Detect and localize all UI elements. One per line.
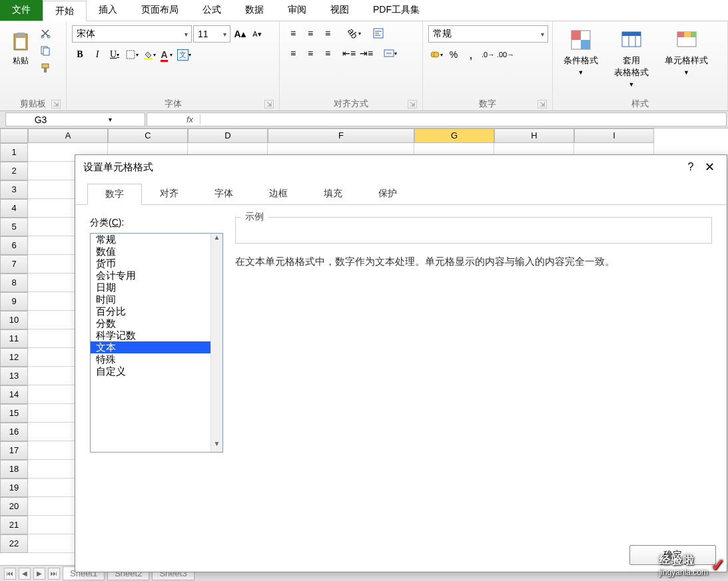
format-painter-button[interactable] (37, 60, 53, 76)
borders-button[interactable]: ▾ (124, 47, 140, 63)
category-item[interactable]: 常规 (91, 234, 222, 246)
category-item[interactable]: 文本 (91, 341, 222, 353)
category-listbox[interactable]: 常规数值货币会计专用日期时间百分比分数科学记数文本特殊自定义 ▲ ▼ (90, 233, 223, 453)
row-header[interactable]: 2 (0, 162, 28, 180)
tab-file[interactable]: 文件 (0, 0, 43, 21)
row-header[interactable]: 5 (0, 218, 28, 236)
scroll-down-icon[interactable]: ▼ (211, 440, 222, 452)
tab-data[interactable]: 数据 (233, 0, 276, 21)
fill-color-button[interactable]: ▾ (141, 47, 157, 63)
dialog-tab[interactable]: 边框 (251, 183, 306, 204)
number-format-combo[interactable]: 常规▾ (428, 25, 548, 43)
wrap-text-button[interactable] (370, 25, 386, 41)
align-top-button[interactable]: ≡ (285, 25, 301, 41)
font-color-button[interactable]: A▾ (159, 47, 175, 63)
column-header[interactable]: C (108, 128, 188, 143)
category-item[interactable]: 数值 (91, 246, 222, 258)
row-header[interactable]: 11 (0, 329, 28, 348)
row-header[interactable]: 3 (0, 180, 28, 199)
conditional-format-button[interactable]: 条件格式 ▼ (558, 25, 603, 79)
dialog-close-button[interactable]: ✕ (700, 160, 719, 174)
category-item[interactable]: 特殊 (91, 353, 222, 365)
tab-formulas[interactable]: 公式 (190, 0, 233, 21)
sheet-nav-next[interactable]: ▶ (33, 568, 45, 580)
chevron-down-icon[interactable]: ▾ (181, 31, 191, 38)
bold-button[interactable]: B (72, 47, 88, 63)
row-header[interactable]: 10 (0, 311, 28, 329)
tab-insert[interactable]: 插入 (87, 0, 129, 21)
row-header[interactable]: 13 (0, 367, 28, 385)
dialog-tab[interactable]: 填充 (306, 183, 360, 204)
merge-cells-button[interactable]: ▾ (382, 45, 398, 61)
column-header[interactable]: F (268, 128, 414, 143)
number-launcher[interactable]: ⇲ (538, 100, 547, 108)
column-header[interactable]: A (28, 128, 108, 143)
paste-button[interactable]: 粘贴 (5, 25, 36, 72)
sheet-nav-last[interactable]: ⏭ (48, 568, 60, 580)
orientation-button[interactable]: ab▾ (346, 25, 362, 41)
row-header[interactable]: 9 (0, 292, 28, 311)
phonetic-button[interactable]: 文▾ (176, 47, 192, 63)
category-item[interactable]: 科学记数 (91, 329, 222, 341)
row-header[interactable]: 14 (0, 385, 28, 404)
underline-button[interactable]: U▾ (107, 47, 123, 63)
row-header[interactable]: 8 (0, 274, 28, 292)
cut-button[interactable] (37, 25, 53, 41)
row-header[interactable]: 20 (0, 497, 28, 516)
table-format-button[interactable]: 套用 表格格式 ▼ (609, 25, 654, 91)
tab-home[interactable]: 开始 (43, 1, 87, 21)
comma-button[interactable]: , (463, 47, 479, 63)
row-header[interactable]: 17 (0, 441, 28, 460)
category-item[interactable]: 百分比 (91, 305, 222, 317)
dialog-tab[interactable]: 数字 (87, 184, 142, 205)
currency-button[interactable]: ▾ (428, 47, 444, 63)
clipboard-launcher[interactable]: ⇲ (51, 100, 61, 108)
align-left-button[interactable]: ≡ (285, 45, 301, 61)
category-item[interactable]: 自定义 (91, 365, 222, 377)
column-header[interactable]: D (188, 128, 268, 143)
align-bottom-button[interactable]: ≡ (320, 25, 336, 41)
row-header[interactable]: 22 (0, 534, 28, 553)
row-header[interactable]: 12 (0, 348, 28, 367)
row-header[interactable]: 16 (0, 423, 28, 441)
category-item[interactable]: 货币 (91, 258, 222, 270)
category-item[interactable]: 分数 (91, 317, 222, 329)
alignment-launcher[interactable]: ⇲ (408, 100, 417, 108)
tab-page-layout[interactable]: 页面布局 (129, 0, 190, 21)
category-item[interactable]: 时间 (91, 293, 222, 305)
select-all-corner[interactable] (0, 128, 28, 143)
column-header[interactable]: H (494, 128, 574, 143)
row-header[interactable]: 4 (0, 199, 28, 218)
increase-font-button[interactable]: A▴ (232, 26, 248, 42)
chevron-down-icon[interactable]: ▾ (219, 31, 230, 38)
row-header[interactable]: 15 (0, 404, 28, 423)
font-name-combo[interactable]: 宋体▾ (72, 25, 192, 43)
dialog-tab[interactable]: 字体 (196, 183, 251, 204)
font-size-combo[interactable]: 11▾ (193, 25, 230, 43)
dialog-help-button[interactable]: ? (681, 161, 700, 173)
increase-indent-button[interactable]: ⇥≡ (358, 45, 374, 61)
column-header[interactable]: I (574, 128, 654, 143)
fx-icon[interactable]: fx (147, 114, 200, 124)
row-header[interactable]: 19 (0, 479, 28, 497)
italic-button[interactable]: I (89, 47, 105, 63)
row-header[interactable]: 18 (0, 460, 28, 479)
decrease-indent-button[interactable]: ⇤≡ (341, 45, 357, 61)
row-header[interactable]: 1 (0, 143, 28, 162)
chevron-down-icon[interactable]: ▾ (537, 31, 547, 38)
category-item[interactable]: 日期 (91, 282, 222, 293)
align-middle-button[interactable]: ≡ (302, 25, 318, 41)
dialog-tab[interactable]: 保护 (360, 183, 415, 204)
copy-button[interactable] (37, 43, 53, 59)
row-header[interactable]: 6 (0, 236, 28, 255)
listbox-scrollbar[interactable]: ▲ ▼ (210, 234, 222, 452)
align-center-button[interactable]: ≡ (302, 45, 318, 61)
align-right-button[interactable]: ≡ (320, 45, 336, 61)
decrease-font-button[interactable]: A▾ (249, 26, 265, 42)
cell-styles-button[interactable]: 单元格样式 ▼ (659, 25, 713, 79)
tab-pdf-tools[interactable]: PDF工具集 (361, 0, 432, 21)
row-header[interactable]: 21 (0, 516, 28, 534)
name-box[interactable]: G3 ▾ (5, 112, 145, 126)
decrease-decimal-button[interactable]: .00→ (498, 47, 514, 63)
tab-view[interactable]: 视图 (318, 0, 361, 21)
